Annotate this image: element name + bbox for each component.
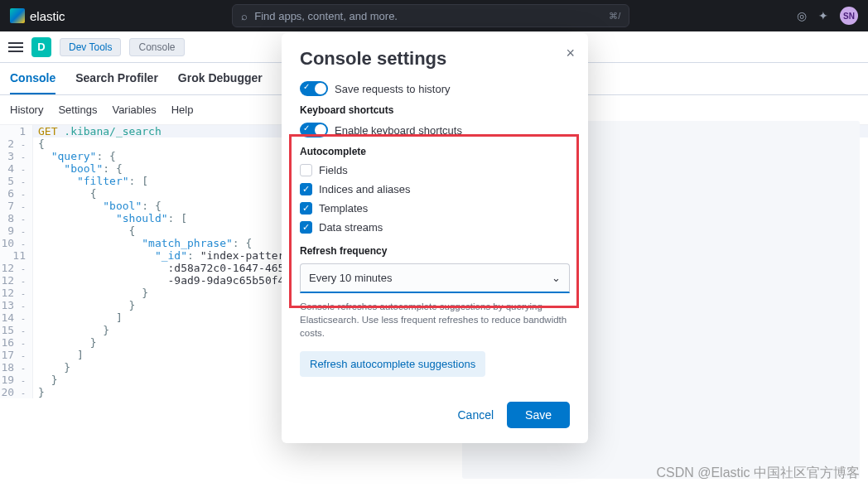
breadcrumb-console[interactable]: Console — [129, 38, 184, 56]
chevron-down-icon: ⌄ — [552, 272, 561, 284]
top-nav: elastic ⌕ Find apps, content, and more. … — [0, 0, 868, 31]
brand[interactable]: elastic — [10, 8, 65, 23]
modal-title: Console settings — [300, 48, 570, 70]
checkbox-data-streams[interactable]: ✓ — [300, 221, 312, 234]
keyboard-section-label: Keyboard shortcuts — [300, 104, 570, 116]
subtab-settings[interactable]: Settings — [58, 104, 97, 116]
cancel-button[interactable]: Cancel — [457, 408, 494, 422]
refresh-frequency-select[interactable]: Every 10 minutes ⌄ — [300, 263, 570, 293]
avatar[interactable]: SN — [840, 7, 858, 25]
toggle-keyboard-shortcuts[interactable] — [300, 123, 328, 137]
checkbox-templates-label: Templates — [319, 202, 368, 215]
toggle-save-history-label: Save requests to history — [335, 83, 450, 95]
search-icon: ⌕ — [241, 10, 248, 22]
checkbox-fields[interactable] — [300, 164, 312, 176]
checkbox-indices[interactable]: ✓ — [300, 183, 312, 195]
search-placeholder: Find apps, content, and more. — [254, 10, 398, 22]
autocomplete-section-label: Autocomplete — [300, 146, 570, 157]
newsfeed-icon[interactable]: ✦ — [818, 9, 828, 22]
brand-text: elastic — [30, 9, 65, 23]
subtab-history[interactable]: History — [10, 104, 43, 116]
tab-search-profiler[interactable]: Search Profiler — [75, 71, 158, 94]
checkbox-fields-label: Fields — [319, 164, 348, 176]
toggle-save-history[interactable] — [300, 81, 328, 96]
menu-icon[interactable] — [8, 42, 23, 52]
refresh-frequency-value: Every 10 minutes — [309, 272, 392, 284]
search-shortcut: ⌘/ — [609, 11, 620, 22]
tab-grok-debugger[interactable]: Grok Debugger — [178, 71, 263, 94]
subtab-variables[interactable]: Variables — [112, 104, 156, 116]
refresh-help-text: Console refreshes autocomplete suggestio… — [300, 300, 570, 340]
toggle-keyboard-label: Enable keyboard shortcuts — [335, 124, 462, 137]
refresh-suggestions-button[interactable]: Refresh autocomplete suggestions — [300, 351, 485, 377]
checkbox-templates[interactable]: ✓ — [300, 202, 312, 215]
help-icon[interactable]: ◎ — [797, 9, 807, 22]
watermark: CSDN @Elastic 中国社区官方博客 — [656, 465, 860, 482]
breadcrumb-devtools[interactable]: Dev Tools — [60, 38, 121, 56]
close-icon[interactable]: × — [566, 45, 575, 62]
settings-modal: × Console settings Save requests to hist… — [282, 33, 588, 443]
tab-console[interactable]: Console — [10, 71, 55, 94]
elastic-logo-icon — [10, 8, 25, 23]
app-icon[interactable]: D — [31, 37, 51, 57]
checkbox-streams-label: Data streams — [319, 221, 383, 234]
save-button[interactable]: Save — [507, 402, 570, 428]
global-search[interactable]: ⌕ Find apps, content, and more. ⌘/ — [232, 4, 629, 27]
refresh-section-label: Refresh frequency — [300, 245, 570, 257]
checkbox-indices-label: Indices and aliases — [319, 183, 411, 195]
subtab-help[interactable]: Help — [171, 104, 194, 116]
